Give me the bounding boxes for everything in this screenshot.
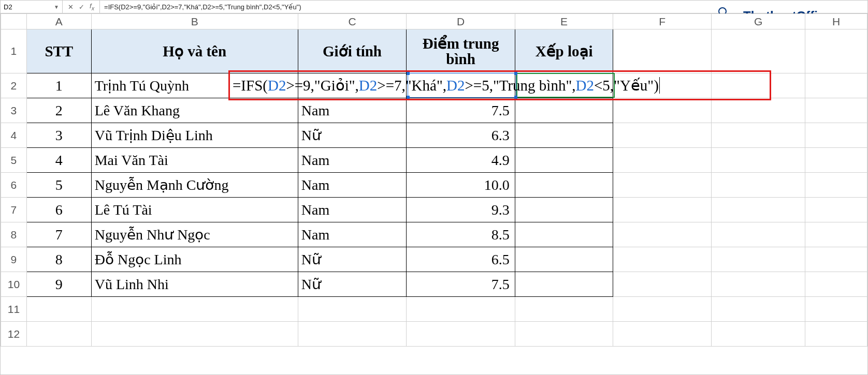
cell-D6[interactable]: 10.0 <box>407 173 515 198</box>
cell-D3[interactable]: 7.5 <box>407 98 515 123</box>
chevron-down-icon[interactable]: ▼ <box>54 4 59 10</box>
col-header-B[interactable]: B <box>91 14 298 29</box>
cell-B10[interactable]: Vũ Linh Nhi <box>91 272 298 297</box>
cell-H4[interactable] <box>805 123 867 148</box>
cell-A4[interactable]: 3 <box>26 123 91 148</box>
cell-E8[interactable] <box>515 222 613 247</box>
cell-H9[interactable] <box>805 247 867 272</box>
cell-E2[interactable] <box>515 73 613 98</box>
row-header-1[interactable]: 1 <box>1 29 27 73</box>
cell-A10[interactable]: 9 <box>26 272 91 297</box>
cell-B9[interactable]: Đỗ Ngọc Linh <box>91 247 298 272</box>
col-header-F[interactable]: F <box>613 14 711 29</box>
cell-H1[interactable] <box>805 29 867 73</box>
cell-F12[interactable] <box>613 322 711 347</box>
cell-H12[interactable] <box>805 322 867 347</box>
cell-E1[interactable]: Xếp loại <box>515 29 613 73</box>
cell-G7[interactable] <box>711 198 805 222</box>
cell-E9[interactable] <box>515 247 613 272</box>
cell-D8[interactable]: 8.5 <box>407 222 515 247</box>
cell-D4[interactable]: 6.3 <box>407 123 515 148</box>
cell-E5[interactable] <box>515 148 613 173</box>
cell-A7[interactable]: 6 <box>26 198 91 222</box>
cell-D2[interactable] <box>407 73 515 98</box>
col-header-D[interactable]: D <box>407 14 515 29</box>
cancel-icon[interactable]: ✕ <box>68 3 74 11</box>
row-header-7[interactable]: 7 <box>1 198 27 222</box>
cell-D10[interactable]: 7.5 <box>407 272 515 297</box>
cell-C6[interactable]: Nam <box>298 173 407 198</box>
cell-E4[interactable] <box>515 123 613 148</box>
row-header-11[interactable]: 11 <box>1 297 27 322</box>
cell-G8[interactable] <box>711 222 805 247</box>
cell-D1[interactable]: Điểm trung bình <box>407 29 515 73</box>
row-header-6[interactable]: 6 <box>1 173 27 198</box>
cell-E11[interactable] <box>515 297 613 322</box>
cell-H11[interactable] <box>805 297 867 322</box>
cell-G2[interactable] <box>711 73 805 98</box>
cell-H5[interactable] <box>805 148 867 173</box>
select-all-corner[interactable] <box>1 14 27 29</box>
cell-F2[interactable] <box>613 73 711 98</box>
cell-F10[interactable] <box>613 272 711 297</box>
cell-D5[interactable]: 4.9 <box>407 148 515 173</box>
cell-F9[interactable] <box>613 247 711 272</box>
row-header-5[interactable]: 5 <box>1 148 27 173</box>
cell-C7[interactable]: Nam <box>298 198 407 222</box>
row-header-10[interactable]: 10 <box>1 272 27 297</box>
cell-B4[interactable]: Vũ Trịnh Diệu Linh <box>91 123 298 148</box>
row-header-2[interactable]: 2 <box>1 73 27 98</box>
col-header-A[interactable]: A <box>26 14 91 29</box>
cell-C12[interactable] <box>298 322 407 347</box>
cell-F11[interactable] <box>613 297 711 322</box>
cell-B8[interactable]: Nguyễn Như Ngọc <box>91 222 298 247</box>
cell-F3[interactable] <box>613 98 711 123</box>
cell-F7[interactable] <box>613 198 711 222</box>
row-header-9[interactable]: 9 <box>1 247 27 272</box>
cell-D12[interactable] <box>407 322 515 347</box>
cell-H10[interactable] <box>805 272 867 297</box>
cell-B12[interactable] <box>91 322 298 347</box>
cell-F5[interactable] <box>613 148 711 173</box>
col-header-G[interactable]: G <box>711 14 805 29</box>
cell-B2[interactable]: Trịnh Tú Quỳnh <box>91 73 298 98</box>
cell-G9[interactable] <box>711 247 805 272</box>
cell-D11[interactable] <box>407 297 515 322</box>
cell-G4[interactable] <box>711 123 805 148</box>
row-header-4[interactable]: 4 <box>1 123 27 148</box>
cell-G10[interactable] <box>711 272 805 297</box>
cell-A11[interactable] <box>26 297 91 322</box>
cell-C11[interactable] <box>298 297 407 322</box>
row-header-3[interactable]: 3 <box>1 98 27 123</box>
cell-B6[interactable]: Nguyễn Mạnh Cường <box>91 173 298 198</box>
cell-A8[interactable]: 7 <box>26 222 91 247</box>
cell-C4[interactable]: Nữ <box>298 123 407 148</box>
cell-C3[interactable]: Nam <box>298 98 407 123</box>
cell-E3[interactable] <box>515 98 613 123</box>
cell-H2[interactable] <box>805 73 867 98</box>
enter-icon[interactable]: ✓ <box>79 3 84 11</box>
cell-H6[interactable] <box>805 173 867 198</box>
col-header-E[interactable]: E <box>515 14 613 29</box>
cell-F6[interactable] <box>613 173 711 198</box>
cell-C5[interactable]: Nam <box>298 148 407 173</box>
cell-F8[interactable] <box>613 222 711 247</box>
cell-G3[interactable] <box>711 98 805 123</box>
cell-A2[interactable]: 1 <box>26 73 91 98</box>
cell-H8[interactable] <box>805 222 867 247</box>
cell-C1[interactable]: Giới tính <box>298 29 407 73</box>
cell-A9[interactable]: 8 <box>26 247 91 272</box>
col-header-H[interactable]: H <box>805 14 867 29</box>
cell-E7[interactable] <box>515 198 613 222</box>
cell-F4[interactable] <box>613 123 711 148</box>
row-header-8[interactable]: 8 <box>1 222 27 247</box>
cell-H7[interactable] <box>805 198 867 222</box>
col-header-C[interactable]: C <box>298 14 407 29</box>
cell-E12[interactable] <box>515 322 613 347</box>
cell-B7[interactable]: Lê Tú Tài <box>91 198 298 222</box>
cell-B11[interactable] <box>91 297 298 322</box>
fx-icon[interactable]: fx <box>90 2 94 11</box>
cell-D9[interactable]: 6.5 <box>407 247 515 272</box>
name-box[interactable]: D2 ▼ <box>1 1 63 13</box>
cell-E10[interactable] <box>515 272 613 297</box>
